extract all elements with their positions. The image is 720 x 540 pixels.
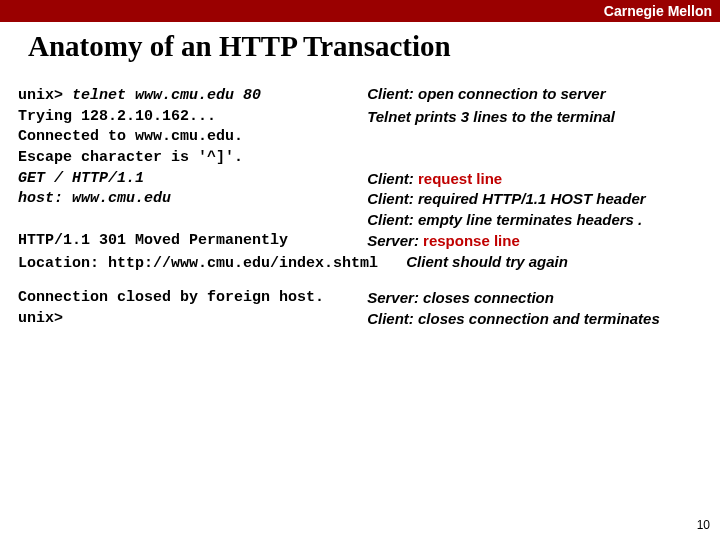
slide: Carnegie Mellon Anatomy of an HTTP Trans…	[0, 0, 720, 540]
command: host: www.cmu.edu	[18, 189, 363, 210]
annotation: Client: open connection to server	[367, 84, 605, 105]
command: telnet www.cmu.edu 80	[72, 87, 261, 104]
line-1: unix> telnet www.cmu.edu 80 Client: open…	[18, 84, 720, 107]
terminal-output: Trying 128.2.10.162...	[18, 107, 363, 128]
header-bar: Carnegie Mellon	[0, 0, 720, 22]
annotation: Client: empty line terminates headers .	[367, 210, 642, 231]
terminal-output: Escape character is '^]'.	[18, 148, 363, 169]
annotation: Telnet prints 3 lines to the terminal	[367, 107, 615, 128]
line-5: GET / HTTP/1.1 Client: request line	[18, 169, 720, 190]
line-2: Trying 128.2.10.162... Telnet prints 3 l…	[18, 107, 720, 128]
command: GET / HTTP/1.1	[18, 169, 363, 190]
line-10: Connection closed by foreign host. Serve…	[18, 288, 720, 309]
line-8: HTTP/1.1 301 Moved Permanently Server: r…	[18, 231, 720, 252]
slide-title: Anatomy of an HTTP Transaction	[0, 22, 720, 69]
annotation-prefix: Client:	[367, 170, 418, 187]
annotation: Client: required HTTP/1.1 HOST header	[367, 189, 645, 210]
annotation-highlight: response line	[423, 232, 520, 249]
terminal-output: Location: http://www.cmu.edu/index.shtml	[18, 255, 378, 272]
page-number: 10	[697, 518, 710, 532]
line-7: Client: empty line terminates headers .	[18, 210, 720, 231]
terminal-output: Connected to www.cmu.edu.	[18, 127, 363, 148]
line-3: Connected to www.cmu.edu.	[18, 127, 720, 148]
annotation: Client should try again	[406, 253, 568, 270]
slide-body: unix> telnet www.cmu.edu 80 Client: open…	[18, 84, 720, 330]
line-4: Escape character is '^]'.	[18, 148, 720, 169]
annotation-prefix: Server:	[367, 232, 423, 249]
prompt: unix>	[18, 309, 363, 330]
org-label: Carnegie Mellon	[604, 3, 712, 19]
terminal-output: HTTP/1.1 301 Moved Permanently	[18, 231, 363, 252]
prompt: unix>	[18, 87, 72, 104]
line-6: host: www.cmu.edu Client: required HTTP/…	[18, 189, 720, 210]
line-11: unix> Client: closes connection and term…	[18, 309, 720, 330]
annotation-highlight: request line	[418, 170, 502, 187]
annotation: Client: closes connection and terminates	[367, 309, 660, 330]
terminal-output: Connection closed by foreign host.	[18, 288, 363, 309]
line-9: Location: http://www.cmu.edu/index.shtml…	[18, 252, 720, 275]
annotation: Server: closes connection	[367, 288, 554, 309]
